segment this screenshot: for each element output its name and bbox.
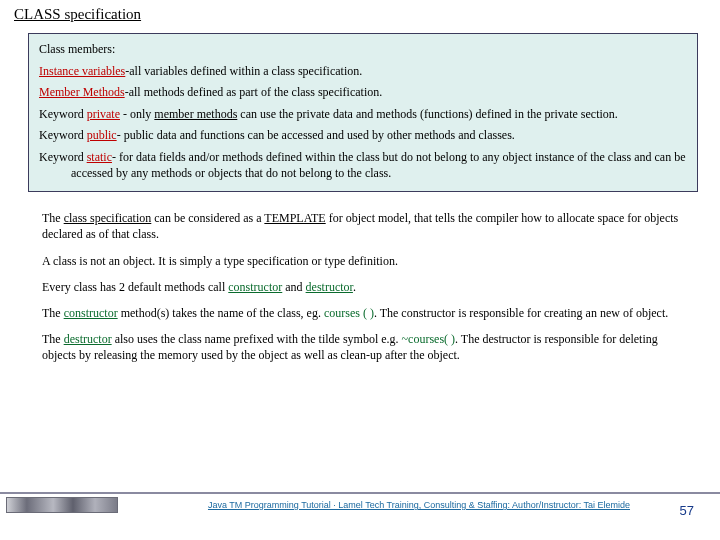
text: - public data and functions can be acces… — [117, 128, 515, 142]
text: -all methods defined as part of the clas… — [125, 85, 383, 99]
class-members-box: Class members: Instance variables-all va… — [28, 33, 698, 192]
term-member-methods-u: member methods — [154, 107, 237, 121]
p-not-object: A class is not an object. It is simply a… — [42, 253, 692, 269]
footer-decoration — [6, 497, 118, 513]
text: The — [42, 211, 64, 225]
p-template: The class specification can be considere… — [42, 210, 692, 242]
p-destructor: The destructor also uses the class name … — [42, 331, 692, 363]
term-member-methods: Member Methods — [39, 85, 125, 99]
text: Keyword — [39, 107, 87, 121]
p-static-line1: Keyword static- for data fields and/or m… — [39, 150, 687, 166]
kw-private: private — [87, 107, 120, 121]
eg-tilde-courses: ~courses( ) — [402, 332, 455, 346]
footer-text: Java TM Programming Tutorial · Lamel Tec… — [118, 500, 720, 510]
page-number: 57 — [680, 503, 694, 518]
text: Keyword — [39, 150, 87, 164]
text: The — [42, 332, 64, 346]
text: Every class has 2 default methods call — [42, 280, 228, 294]
p-static-line2: accessed by any methods or objects that … — [39, 166, 687, 182]
text: can use the private data and methods (fu… — [237, 107, 618, 121]
p-defaults: Every class has 2 default methods call c… — [42, 279, 692, 295]
text: can be considered as a — [151, 211, 264, 225]
term-class-spec: class specification — [64, 211, 152, 225]
kw-public: public — [87, 128, 117, 142]
p-member-methods: Member Methods-all methods defined as pa… — [39, 85, 687, 101]
footer: Java TM Programming Tutorial · Lamel Tec… — [0, 492, 720, 516]
p-class-members: Class members: — [39, 42, 687, 58]
text: also uses the class name prefixed with t… — [112, 332, 402, 346]
kw-static: static — [87, 150, 112, 164]
text: -all variables defined within a class sp… — [125, 64, 362, 78]
text: - only — [120, 107, 154, 121]
text: method(s) takes the name of the class, e… — [118, 306, 324, 320]
term-destructor: destructor — [306, 280, 353, 294]
term-destructor-2: destructor — [64, 332, 112, 346]
text: - for data fields and/or methods defined… — [112, 150, 686, 164]
term-template: TEMPLATE — [264, 211, 325, 225]
text: Keyword — [39, 128, 87, 142]
text: The — [42, 306, 64, 320]
explanation-box: The class specification can be considere… — [36, 210, 698, 363]
p-private: Keyword private - only member methods ca… — [39, 107, 687, 123]
term-constructor: constructor — [228, 280, 282, 294]
term-constructor-2: constructor — [64, 306, 118, 320]
term-instance-variables: Instance variables — [39, 64, 125, 78]
p-constructor: The constructor method(s) takes the name… — [42, 305, 692, 321]
p-public: Keyword public- public data and function… — [39, 128, 687, 144]
text: . The constructor is responsible for cre… — [374, 306, 668, 320]
eg-courses: courses ( ) — [324, 306, 374, 320]
p-instance-vars: Instance variables-all variables defined… — [39, 64, 687, 80]
text: and — [282, 280, 305, 294]
page-title: CLASS specification — [0, 0, 720, 25]
text: . — [353, 280, 356, 294]
